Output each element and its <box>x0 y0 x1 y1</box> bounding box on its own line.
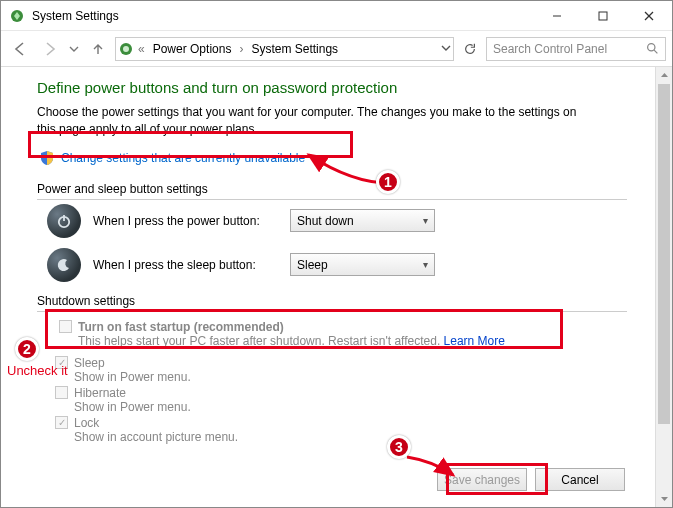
chevron-down-icon: ▾ <box>423 215 428 226</box>
up-button[interactable] <box>85 36 111 62</box>
fast-startup-item: Turn on fast startup (recommended) This … <box>55 316 627 354</box>
recent-dropdown[interactable] <box>67 36 81 62</box>
lock-label: Lock <box>74 416 99 430</box>
power-icon <box>47 204 81 238</box>
power-button-label: When I press the power button: <box>93 214 278 228</box>
search-input[interactable]: Search Control Panel <box>486 37 666 61</box>
scroll-down-button[interactable] <box>656 490 672 507</box>
hibernate-checkbox[interactable] <box>55 386 68 399</box>
chevron-right-icon: › <box>237 42 245 56</box>
shield-icon <box>39 150 55 166</box>
lock-item: ✓ Lock Show in account picture menu. <box>55 416 627 444</box>
lock-desc: Show in account picture menu. <box>74 430 627 444</box>
section-power-buttons: Power and sleep button settings <box>37 180 627 198</box>
breadcrumb[interactable]: « Power Options › System Settings <box>115 37 454 61</box>
sleep-label: Sleep <box>74 356 105 370</box>
fast-startup-label: Turn on fast startup (recommended) <box>78 320 284 334</box>
location-icon <box>118 41 134 57</box>
breadcrumb-dropdown[interactable] <box>441 42 451 56</box>
breadcrumb-separator: « <box>136 42 147 56</box>
svg-point-6 <box>123 46 129 52</box>
sleep-item: ✓ Sleep Show in Power menu. <box>55 356 627 384</box>
button-row: Save changes Cancel <box>437 468 625 491</box>
svg-point-7 <box>648 44 655 51</box>
change-settings-link[interactable]: Change settings that are currently unava… <box>35 146 627 170</box>
back-button[interactable] <box>7 36 33 62</box>
dropdown-value: Shut down <box>297 214 354 228</box>
sleep-checkbox[interactable]: ✓ <box>55 356 68 369</box>
section-shutdown: Shutdown settings <box>37 292 627 310</box>
power-button-dropdown[interactable]: Shut down ▾ <box>290 209 435 232</box>
scroll-thumb[interactable] <box>658 84 670 424</box>
close-button[interactable] <box>626 1 672 31</box>
sleep-button-dropdown[interactable]: Sleep ▾ <box>290 253 435 276</box>
sleep-button-row: When I press the sleep button: Sleep ▾ <box>47 248 627 282</box>
app-icon <box>9 8 25 24</box>
page-heading: Define power buttons and turn on passwor… <box>37 79 627 96</box>
breadcrumb-item[interactable]: Power Options <box>149 38 236 60</box>
sleep-button-label: When I press the sleep button: <box>93 258 278 272</box>
hibernate-label: Hibernate <box>74 386 126 400</box>
content-pane: Define power buttons and turn on passwor… <box>1 67 655 507</box>
maximize-button[interactable] <box>580 1 626 31</box>
sleep-desc: Show in Power menu. <box>74 370 627 384</box>
hibernate-item: Hibernate Show in Power menu. <box>55 386 627 414</box>
sleep-icon <box>47 248 81 282</box>
cancel-button[interactable]: Cancel <box>535 468 625 491</box>
fast-startup-checkbox[interactable] <box>59 320 72 333</box>
vertical-scrollbar[interactable] <box>655 67 672 507</box>
svg-rect-2 <box>599 12 607 20</box>
search-placeholder: Search Control Panel <box>493 42 640 56</box>
change-settings-link-text: Change settings that are currently unava… <box>61 151 305 165</box>
refresh-button[interactable] <box>458 37 482 61</box>
chevron-down-icon: ▾ <box>423 259 428 270</box>
fast-startup-desc: This helps start your PC faster after sh… <box>78 334 621 348</box>
scroll-up-button[interactable] <box>656 67 672 84</box>
forward-button[interactable] <box>37 36 63 62</box>
page-description: Choose the power settings that you want … <box>37 104 597 138</box>
save-changes-button[interactable]: Save changes <box>437 468 527 491</box>
search-icon <box>646 42 659 55</box>
power-button-row: When I press the power button: Shut down… <box>47 204 627 238</box>
dropdown-value: Sleep <box>297 258 328 272</box>
navigation-bar: « Power Options › System Settings Search… <box>1 31 672 67</box>
hibernate-desc: Show in Power menu. <box>74 400 627 414</box>
lock-checkbox[interactable]: ✓ <box>55 416 68 429</box>
window-title: System Settings <box>32 9 534 23</box>
breadcrumb-item[interactable]: System Settings <box>247 38 342 60</box>
titlebar: System Settings <box>1 1 672 31</box>
svg-line-8 <box>654 50 657 53</box>
learn-more-link[interactable]: Learn More <box>444 334 505 348</box>
minimize-button[interactable] <box>534 1 580 31</box>
